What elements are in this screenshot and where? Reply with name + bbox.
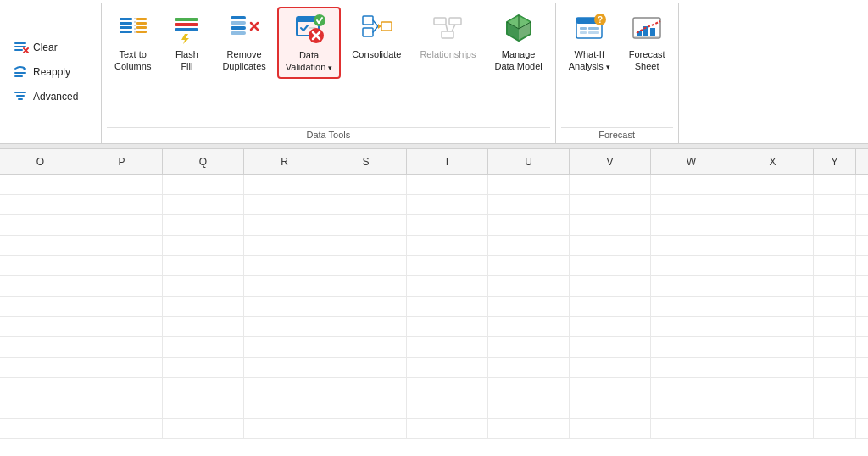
cell[interactable]	[814, 317, 856, 337]
cell[interactable]	[0, 317, 81, 337]
cell[interactable]	[407, 236, 488, 256]
cell[interactable]	[163, 358, 244, 378]
cell[interactable]	[407, 337, 488, 358]
relationships-button[interactable]: Relationships	[412, 7, 483, 64]
cell[interactable]	[0, 195, 81, 215]
cell[interactable]	[732, 256, 814, 276]
cell[interactable]	[570, 317, 651, 337]
cell[interactable]	[81, 236, 163, 256]
cell[interactable]	[488, 398, 570, 419]
table-row[interactable]	[0, 358, 868, 378]
forecast-sheet-button[interactable]: ForecastSheet	[621, 7, 673, 77]
cell[interactable]	[163, 317, 244, 337]
cell[interactable]	[488, 256, 570, 276]
cell[interactable]	[814, 337, 856, 358]
cell[interactable]	[326, 419, 407, 439]
cell[interactable]	[651, 175, 732, 195]
cell[interactable]	[732, 215, 814, 236]
what-if-analysis-button[interactable]: ? What-IfAnalysis ▾	[561, 7, 618, 77]
cell[interactable]	[326, 256, 407, 276]
cell[interactable]	[732, 276, 814, 297]
cell[interactable]	[488, 297, 570, 317]
cell[interactable]	[407, 358, 488, 378]
cell[interactable]	[407, 398, 488, 419]
cell[interactable]	[651, 358, 732, 378]
cell[interactable]	[81, 378, 163, 398]
table-row[interactable]	[0, 256, 868, 276]
cell[interactable]	[0, 337, 81, 358]
cell[interactable]	[651, 276, 732, 297]
cell[interactable]	[732, 297, 814, 317]
cell[interactable]	[651, 378, 732, 398]
cell[interactable]	[814, 297, 856, 317]
cell[interactable]	[407, 276, 488, 297]
cell[interactable]	[651, 297, 732, 317]
cell[interactable]	[407, 297, 488, 317]
cell[interactable]	[407, 317, 488, 337]
cell[interactable]	[81, 175, 163, 195]
cell[interactable]	[244, 195, 326, 215]
cell[interactable]	[570, 358, 651, 378]
cell[interactable]	[0, 378, 81, 398]
cell[interactable]	[570, 215, 651, 236]
cell[interactable]	[244, 276, 326, 297]
cell[interactable]	[570, 398, 651, 419]
data-validation-button[interactable]: DataValidation ▾	[277, 7, 342, 79]
cell[interactable]	[81, 297, 163, 317]
cell[interactable]	[163, 419, 244, 439]
table-row[interactable]	[0, 398, 868, 419]
table-row[interactable]	[0, 195, 868, 215]
cell[interactable]	[81, 256, 163, 276]
cell[interactable]	[81, 276, 163, 297]
cell[interactable]	[570, 276, 651, 297]
table-row[interactable]	[0, 419, 868, 439]
cell[interactable]	[814, 256, 856, 276]
cell[interactable]	[488, 378, 570, 398]
table-row[interactable]	[0, 297, 868, 317]
cell[interactable]	[732, 175, 814, 195]
cell[interactable]	[0, 297, 81, 317]
cell[interactable]	[326, 337, 407, 358]
cell[interactable]	[570, 195, 651, 215]
cell[interactable]	[244, 398, 326, 419]
cell[interactable]	[570, 378, 651, 398]
cell[interactable]	[326, 398, 407, 419]
cell[interactable]	[407, 378, 488, 398]
cell[interactable]	[244, 378, 326, 398]
cell[interactable]	[651, 337, 732, 358]
cell[interactable]	[651, 419, 732, 439]
cell[interactable]	[570, 419, 651, 439]
cell[interactable]	[0, 419, 81, 439]
cell[interactable]	[326, 175, 407, 195]
cell[interactable]	[326, 358, 407, 378]
cell[interactable]	[0, 398, 81, 419]
cell[interactable]	[326, 215, 407, 236]
cell[interactable]	[488, 317, 570, 337]
cell[interactable]	[326, 195, 407, 215]
cell[interactable]	[0, 276, 81, 297]
cell[interactable]	[81, 419, 163, 439]
cell[interactable]	[814, 358, 856, 378]
cell[interactable]	[407, 175, 488, 195]
cell[interactable]	[0, 215, 81, 236]
cell[interactable]	[81, 337, 163, 358]
cell[interactable]	[326, 317, 407, 337]
cell[interactable]	[732, 236, 814, 256]
cell[interactable]	[326, 236, 407, 256]
cell[interactable]	[244, 419, 326, 439]
cell[interactable]	[570, 256, 651, 276]
clear-button[interactable]: Clear	[7, 36, 94, 58]
cell[interactable]	[570, 337, 651, 358]
cell[interactable]	[570, 236, 651, 256]
cell[interactable]	[163, 236, 244, 256]
cell[interactable]	[488, 276, 570, 297]
cell[interactable]	[814, 419, 856, 439]
table-row[interactable]	[0, 175, 868, 195]
cell[interactable]	[407, 215, 488, 236]
cell[interactable]	[326, 276, 407, 297]
consolidate-button[interactable]: Consolidate	[344, 7, 409, 64]
cell[interactable]	[244, 256, 326, 276]
cell[interactable]	[732, 337, 814, 358]
cell[interactable]	[570, 175, 651, 195]
table-row[interactable]	[0, 317, 868, 337]
